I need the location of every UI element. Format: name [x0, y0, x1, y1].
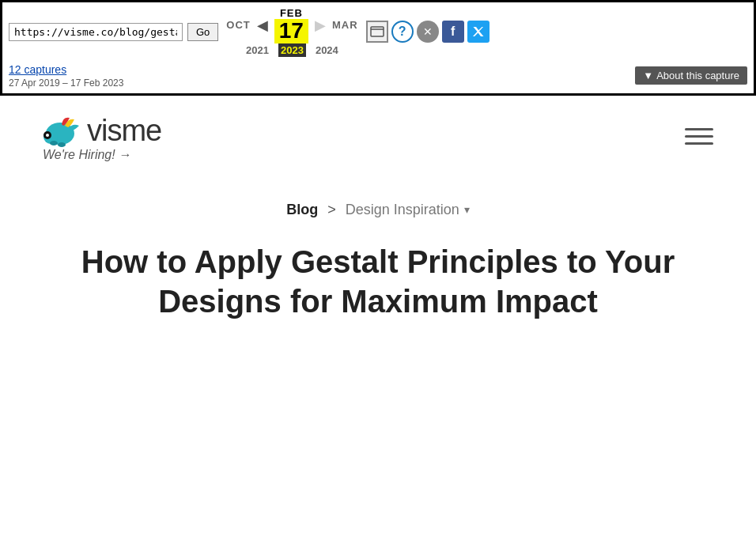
visme-logo-icon[interactable]: [40, 111, 79, 151]
article-title: How to Apply Gestalt Principles to Your …: [0, 234, 756, 337]
help-icon[interactable]: ?: [391, 21, 414, 43]
breadcrumb: Blog > Design Inspiration ▾: [0, 178, 756, 234]
years-row: 2021 2023 2024: [246, 43, 338, 57]
calendar-nav: OCT ◀ FEB 17 ▶ MAR 2021 2023 2024: [226, 7, 357, 57]
url-input[interactable]: [9, 23, 183, 41]
breadcrumb-category[interactable]: Design Inspiration ▾: [346, 202, 470, 218]
hamburger-line-2: [685, 135, 713, 138]
year-2023: 2023: [278, 43, 306, 57]
about-capture-label: About this capture: [656, 70, 739, 81]
svg-rect-0: [371, 27, 384, 36]
captures-link[interactable]: 12 captures: [9, 63, 123, 76]
breadcrumb-blog[interactable]: Blog: [286, 202, 318, 218]
months-row: OCT ◀ FEB 17 ▶ MAR: [226, 7, 357, 43]
month-mar: MAR: [332, 19, 358, 31]
close-icon[interactable]: ✕: [417, 21, 439, 43]
year-2021: 2021: [246, 44, 269, 56]
captures-date: 27 Apr 2019 – 17 Feb 2023: [9, 77, 123, 89]
category-dropdown-icon: ▾: [464, 203, 470, 216]
hamburger-line-1: [685, 128, 713, 130]
site-header: visme We're Hiring! →: [0, 96, 756, 178]
logo-row: visme: [40, 111, 161, 151]
year-2024: 2024: [316, 44, 338, 56]
about-capture-button[interactable]: ▼ About this capture: [635, 66, 747, 85]
window-icon[interactable]: [366, 21, 388, 43]
toolbar-right: ? ✕ f: [366, 21, 490, 43]
about-capture-arrow: ▼: [643, 70, 653, 81]
wayback-toolbar: Go OCT ◀ FEB 17 ▶ MAR 2021 2023 2024: [0, 0, 756, 96]
twitter-icon[interactable]: [467, 21, 490, 43]
month-feb: FEB: [280, 7, 303, 19]
prev-arrow[interactable]: ◀: [257, 17, 268, 34]
hiring-tagline[interactable]: We're Hiring! →: [43, 148, 161, 162]
hamburger-line-3: [685, 142, 713, 145]
site-logo-text[interactable]: visme: [87, 114, 161, 148]
breadcrumb-chevron-icon: >: [327, 202, 336, 218]
month-oct: OCT: [226, 19, 250, 31]
hamburger-menu[interactable]: [682, 125, 716, 148]
facebook-icon[interactable]: f: [442, 21, 464, 43]
svg-point-7: [58, 142, 66, 147]
breadcrumb-category-label: Design Inspiration: [346, 202, 459, 218]
day-box: 17: [274, 19, 308, 43]
go-button[interactable]: Go: [187, 23, 218, 41]
logo-area: visme We're Hiring! →: [40, 111, 161, 162]
svg-point-6: [50, 141, 58, 145]
svg-point-5: [46, 134, 49, 137]
toolbar-left: Go OCT ◀ FEB 17 ▶ MAR 2021 2023 2024: [9, 7, 361, 57]
next-arrow[interactable]: ▶: [315, 17, 326, 34]
